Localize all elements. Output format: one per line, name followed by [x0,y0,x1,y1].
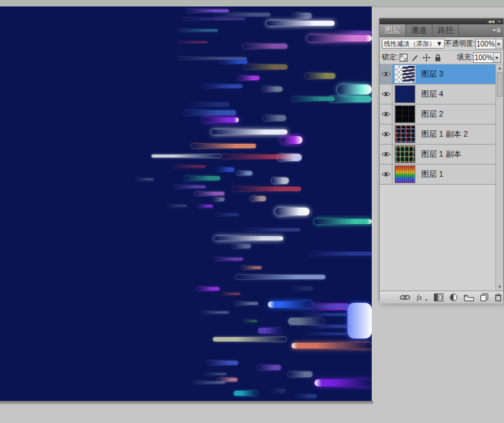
light-streak [174,185,206,188]
light-streak [268,301,312,308]
lock-paint-icon[interactable] [410,52,420,62]
light-streak [292,343,372,349]
light-streak [220,59,247,64]
light-streak [234,302,258,305]
layer-thumbnail[interactable] [395,125,415,143]
lock-all-icon[interactable] [433,52,443,62]
light-streak [214,213,239,216]
panel-titlebar[interactable]: ◀◀ × [380,19,503,24]
light-streak [304,313,348,316]
light-streak [214,258,243,261]
blend-mode-value: 线性减淡（添加） [384,39,435,49]
light-streak [204,84,242,88]
layer-row[interactable]: 图层 4 [380,84,496,104]
light-streak [250,196,266,201]
light-streak [214,236,283,240]
light-streak [232,244,251,248]
visibility-toggle[interactable] [380,104,392,124]
adjustment-layer-icon[interactable] [450,293,458,301]
delete-layer-icon[interactable] [495,293,502,301]
light-streak [244,64,287,69]
layer-rows: 图层 3 图层 4 图层 2 图层 1 副本 2 图层 1 副本 图层 1 [380,64,496,185]
layer-thumbnail[interactable] [395,65,415,83]
light-streak [242,266,262,269]
fill-input[interactable]: 100% [473,52,494,63]
light-streak [272,178,289,184]
layer-style-icon[interactable]: fx [417,293,428,301]
light-streak [197,205,213,208]
scrollbar-thumb[interactable] [497,72,503,97]
scroll-up-icon[interactable]: ▲ [496,64,503,72]
light-streak [295,394,317,398]
light-streak [179,29,218,31]
light-streak [184,176,220,180]
new-group-icon[interactable] [464,294,474,301]
fill-label: 填充: [457,52,473,62]
layer-name[interactable]: 图层 2 [421,109,443,120]
light-streak [290,286,313,291]
blend-mode-row: 线性减淡（添加） ▼ 不透明度: 100% ▶ [380,37,503,51]
light-streak [213,337,286,341]
light-streak [288,371,312,377]
panel-tab[interactable]: 路径 [433,24,459,37]
opacity-input[interactable]: 100% [475,39,496,49]
close-panel-icon[interactable]: × [498,19,500,24]
light-streak [267,21,335,26]
link-layers-icon[interactable] [400,294,410,301]
light-streak [329,96,372,102]
light-streak [181,18,245,20]
layer-name[interactable]: 图层 1 [421,169,443,180]
layers-panel: ◀◀ × 图层通道路径 线性减淡（添加） ▼ 不透明度: 100% ▶ 锁定: … [379,18,504,301]
panel-menu-icon[interactable] [492,28,501,34]
opacity-label: 不透明度: [445,39,475,49]
visibility-toggle[interactable] [380,165,392,184]
tab-bar-spacer [459,24,492,37]
layer-name[interactable]: 图层 1 副本 [421,149,461,160]
layer-row[interactable]: 图层 1 副本 2 [380,125,496,145]
layer-mask-icon[interactable] [434,293,443,301]
light-streak [263,115,286,121]
light-streak [306,333,347,335]
layer-thumbnail[interactable] [395,105,415,123]
scroll-down-icon[interactable]: ▼ [496,283,503,291]
new-layer-icon[interactable] [480,293,488,301]
layer-row[interactable]: 图层 3 [380,64,496,84]
layer-row[interactable]: 图层 2 [380,104,496,125]
light-streak [243,228,300,231]
layer-name[interactable]: 图层 4 [421,89,443,99]
blend-mode-select[interactable]: 线性减淡（添加） ▼ [382,39,445,49]
lock-move-icon[interactable] [422,52,432,62]
collapse-panel-icon[interactable]: ◀◀ [488,19,494,24]
layer-row[interactable]: 图层 1 副本 [380,145,496,165]
layer-name[interactable]: 图层 1 副本 2 [421,129,468,140]
lock-transparency-icon[interactable] [399,52,409,62]
light-streak [184,110,236,115]
light-streak [288,318,324,325]
svg-text:fx: fx [417,293,423,301]
eye-icon [381,91,391,97]
panel-tab[interactable]: 图层 [380,24,406,37]
lock-label: 锁定: [382,52,398,62]
layer-thumbnail[interactable] [395,145,415,163]
visibility-toggle[interactable] [380,64,392,84]
visibility-toggle[interactable] [380,125,392,144]
light-streak [212,130,287,135]
light-streak [172,165,206,167]
light-streak [277,154,302,161]
visibility-toggle[interactable] [380,145,392,164]
light-streak [217,167,234,172]
eye-icon [381,111,391,117]
visibility-toggle[interactable] [380,84,392,104]
light-streak [205,373,227,375]
layers-scrollbar[interactable]: ▲ ▼ [495,64,503,291]
fill-spinner-icon[interactable]: ▶ [494,52,501,63]
light-streak [202,311,229,313]
layer-thumbnail[interactable] [395,85,415,103]
layer-name[interactable]: 图层 3 [421,69,443,79]
opacity-spinner-icon[interactable]: ▶ [496,39,503,49]
document-canvas[interactable] [0,6,372,401]
panel-tab[interactable]: 通道 [406,24,433,37]
layer-thumbnail[interactable] [395,165,415,183]
light-streak [315,379,372,386]
layer-row[interactable]: 图层 1 [380,165,496,185]
